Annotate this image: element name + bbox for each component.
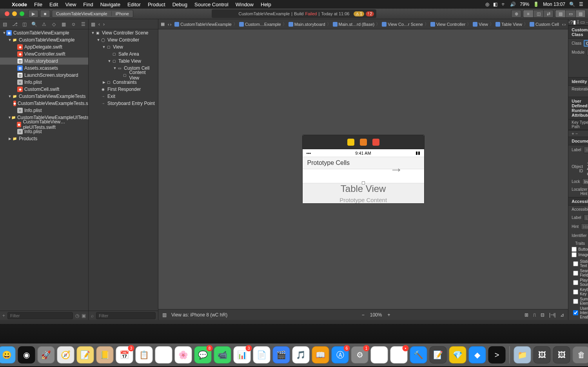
jump-crumb[interactable]: Custom…Example xyxy=(239,22,281,27)
dock-app-sublime[interactable]: 📝 xyxy=(430,346,447,363)
connections-inspector-icon[interactable]: → xyxy=(585,19,588,25)
trait-checkbox[interactable] xyxy=(572,252,577,257)
canvas-tool-2-icon[interactable]: ⎍ xyxy=(533,312,536,318)
size-inspector-icon[interactable]: ▭ xyxy=(580,19,585,25)
dock-app-keynote[interactable]: 🎬 xyxy=(273,346,290,363)
dock-app-reminders[interactable]: 📋 xyxy=(136,346,153,363)
trait-checkbox[interactable] xyxy=(573,289,578,295)
resize-handle[interactable] xyxy=(362,181,365,184)
nav-item[interactable]: ≡Info.plist xyxy=(0,79,88,86)
spotlight-icon[interactable]: 🔍 xyxy=(569,2,575,7)
menu-source-control[interactable]: Source Control xyxy=(194,2,229,7)
jump-crumb[interactable]: View xyxy=(473,22,488,27)
toggle-navigator-button[interactable]: ▥ xyxy=(555,10,565,18)
version-editor-button[interactable]: ⇄ xyxy=(543,10,554,18)
status-icon-2[interactable]: ◧ xyxy=(493,2,497,7)
outline-layout-icon[interactable]: ▦ xyxy=(91,22,95,27)
canvas-tool-5-icon[interactable]: ⊿ xyxy=(560,312,564,318)
scene-exit-icon[interactable] xyxy=(372,139,379,146)
dock-app-launchpad[interactable]: 🚀 xyxy=(38,346,55,363)
nav-item[interactable]: ◆CustomTableView…pleUITests.swift xyxy=(0,121,88,128)
canvas-body[interactable]: → ••• 9:41 AM ▮▮ Prototype Cells Table V… xyxy=(158,29,568,309)
outline-fwd-icon[interactable]: › xyxy=(103,22,105,27)
menu-help[interactable]: Help xyxy=(261,2,271,7)
udra-remove-button[interactable]: − xyxy=(575,131,578,136)
dock-app-numbers[interactable]: 📊3 xyxy=(234,346,251,363)
dock-app-siri[interactable]: ◉ xyxy=(18,346,35,363)
dock-app-screenshot2[interactable]: 🖼 xyxy=(553,346,570,363)
menu-debug[interactable]: Debug xyxy=(172,2,187,7)
jump-fwd-icon[interactable]: › xyxy=(170,22,172,27)
test-nav-icon[interactable]: ◇ xyxy=(51,22,58,27)
jump-crumb[interactable]: Main.storyboard xyxy=(289,22,325,27)
dock-app-sysprefs[interactable]: ⚙1 xyxy=(351,346,368,363)
dock-app-messages[interactable]: 💬8 xyxy=(194,346,212,363)
outline-filter-icon[interactable]: ⌕ xyxy=(91,313,94,318)
help-inspector-icon[interactable]: ? xyxy=(570,19,573,25)
project-nav-icon[interactable]: ▤ xyxy=(2,22,9,27)
assistant-editor-button[interactable]: ◫ xyxy=(533,10,543,18)
menu-product[interactable]: Product xyxy=(148,2,165,7)
dock-app-notes[interactable]: 📝 xyxy=(77,346,94,363)
jump-related-icon[interactable]: ▦ xyxy=(161,22,165,27)
clock[interactable]: Mon 13:07 xyxy=(543,2,565,7)
scheme-target[interactable]: CustomTableViewExample xyxy=(52,11,112,16)
view-as-label[interactable]: View as: iPhone 8 (wC hR) xyxy=(171,312,227,318)
custom-cell[interactable] xyxy=(303,169,424,183)
jump-prev-icon[interactable]: ‹ xyxy=(562,22,564,27)
dock-app-ibooks[interactable]: 📖 xyxy=(312,346,329,363)
dock-app-trash[interactable]: 🗑 xyxy=(573,346,588,363)
trait-checkbox[interactable] xyxy=(573,271,578,276)
jump-next-icon[interactable]: › xyxy=(564,22,566,27)
warnings-badge[interactable]: ⚠ 1 xyxy=(354,11,364,16)
dock-app-pages[interactable]: 📄 xyxy=(253,346,270,363)
dock-app-itunes[interactable]: 🎵 xyxy=(292,346,310,363)
trait-checkbox[interactable] xyxy=(573,310,578,315)
outline-item[interactable]: →Exit xyxy=(89,93,158,100)
jump-bar[interactable]: ▦ ‹› CustomTableViewExample〉Custom…Examp… xyxy=(158,19,568,29)
dock[interactable]: 😀◉🚀🧭📝📒📅3📋🗺🌸💬8📹📊3📄🎬🎵📖Ⓐ6⚙1◎S•🔨📝💎◆>📁🖼🖼🗑 xyxy=(0,343,588,366)
scene-fr-icon[interactable] xyxy=(360,139,367,146)
jump-crumb[interactable]: View Co…r Scene xyxy=(382,22,423,27)
toggle-debug-button[interactable]: ▭ xyxy=(565,10,575,18)
menu-file[interactable]: File xyxy=(34,2,42,7)
activity-view[interactable]: CustomTableViewExample | Build Failed | … xyxy=(212,9,376,18)
window-traffic-lights[interactable] xyxy=(2,11,27,16)
menu-edit[interactable]: Edit xyxy=(49,2,58,7)
menu-editor[interactable]: Editor xyxy=(127,2,141,7)
find-nav-icon[interactable]: 🔍 xyxy=(31,22,38,27)
nav-item[interactable]: ◆AppDelegate.swift xyxy=(0,43,88,51)
zoom-out-button[interactable]: − xyxy=(362,312,365,318)
zoom-in-button[interactable]: + xyxy=(387,312,390,318)
dock-app-calendar[interactable]: 📅3 xyxy=(116,346,133,363)
outline-item[interactable]: ▢Safe Area xyxy=(89,51,158,58)
nav-item[interactable]: ◆CustomTableViewExampleTests.swift xyxy=(0,100,88,107)
volume-icon[interactable]: 🔊 xyxy=(510,2,516,7)
status-icon-1[interactable]: ◎ xyxy=(485,2,489,7)
menu-window[interactable]: Window xyxy=(236,2,254,7)
add-button[interactable]: + xyxy=(2,313,5,318)
storyboard-scene[interactable]: ••• 9:41 AM ▮▮ Prototype Cells Table Vie… xyxy=(303,135,424,203)
jump-crumb[interactable]: Custom Cell xyxy=(530,22,559,27)
document-color-swatches[interactable]: × xyxy=(568,154,588,161)
battery-icon[interactable]: 🔋 xyxy=(533,2,539,7)
dock-app-chrome[interactable]: ◎ xyxy=(371,346,388,363)
jump-back-icon[interactable]: ‹ xyxy=(168,22,169,27)
canvas-tool-4-icon[interactable]: |⊣| xyxy=(549,312,555,318)
identity-inspector-icon[interactable]: ▮ xyxy=(573,19,576,25)
dock-app-photos[interactable]: 🌸 xyxy=(175,346,192,363)
outline-item[interactable]: ▼▣View Controller Scene xyxy=(89,29,158,36)
class-field[interactable] xyxy=(584,40,588,47)
dock-app-contacts[interactable]: 📒 xyxy=(96,346,114,363)
trait-checkbox[interactable] xyxy=(572,247,577,252)
jump-crumb[interactable]: Main.st…rd (Base) xyxy=(333,22,375,27)
scheme-device[interactable]: iPhone xyxy=(112,11,133,16)
outline-item[interactable]: →Storyboard Entry Point xyxy=(89,100,158,107)
breakpoint-nav-icon[interactable]: ⎊ xyxy=(70,22,77,27)
menu-view[interactable]: View xyxy=(65,2,76,7)
source-control-nav-icon[interactable]: ⎇ xyxy=(11,22,18,27)
library-button[interactable]: ⊕ xyxy=(511,10,521,18)
udra-add-button[interactable]: + xyxy=(572,131,574,136)
menu-find[interactable]: Find xyxy=(83,2,93,7)
issue-nav-icon[interactable]: ⚠ xyxy=(41,22,48,27)
